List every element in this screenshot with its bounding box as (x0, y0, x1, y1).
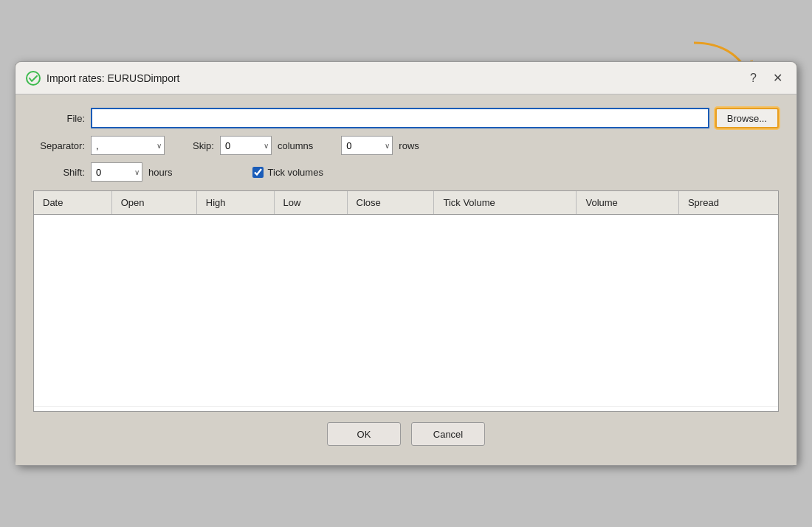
col-spread: Spread (678, 191, 778, 215)
shift-select[interactable]: 012 -1-2 (91, 162, 142, 182)
data-table: Date Open High Low Close Tick Volume Vol… (34, 191, 778, 407)
file-label: File: (33, 113, 85, 124)
rows-select[interactable]: 012 345 (341, 136, 393, 155)
table-header-row: Date Open High Low Close Tick Volume Vol… (34, 191, 778, 215)
dialog-body: File: Browse... Separator: , ; Tab Space… (16, 94, 796, 465)
separator-select[interactable]: , ; Tab Space (91, 136, 165, 155)
title-bar: Import rates: EURUSDimport ? ✕ (16, 62, 796, 94)
data-table-container: Date Open High Low Close Tick Volume Vol… (33, 190, 779, 412)
title-bar-right: ? ✕ (746, 69, 786, 86)
col-volume: Volume (577, 191, 678, 215)
file-input[interactable] (91, 108, 709, 128)
col-open: Open (111, 191, 196, 215)
skip-select-wrapper: 012 345 (220, 136, 272, 155)
col-close: Close (347, 191, 434, 215)
col-date: Date (34, 191, 111, 215)
skip-label: Skip: (193, 140, 214, 151)
table-body (34, 215, 778, 407)
columns-label: columns (278, 140, 313, 151)
title-bar-left: Import rates: EURUSDimport (26, 71, 179, 86)
shift-label: Shift: (33, 167, 85, 178)
col-low: Low (274, 191, 347, 215)
separator-label: Separator: (33, 140, 85, 151)
shift-select-wrapper: 012 -1-2 (91, 162, 142, 182)
dialog-title: Import rates: EURUSDimport (47, 72, 179, 84)
rows-label: rows (399, 140, 419, 151)
close-button[interactable]: ✕ (769, 69, 786, 86)
file-row: File: Browse... (33, 108, 779, 128)
col-tick-volume: Tick Volume (434, 191, 577, 215)
shift-row: Shift: 012 -1-2 hours Tick volumes (33, 162, 779, 182)
tick-volumes-row: Tick volumes (252, 167, 323, 178)
rows-select-wrapper: 012 345 (341, 136, 393, 155)
separator-select-wrapper: , ; Tab Space (91, 136, 165, 155)
help-button[interactable]: ? (746, 70, 760, 86)
col-high: High (196, 191, 274, 215)
tick-volumes-label: Tick volumes (268, 167, 323, 178)
app-icon (26, 71, 41, 86)
browse-button[interactable]: Browse... (715, 108, 779, 128)
ok-button[interactable]: OK (327, 422, 401, 446)
svg-point-1 (27, 72, 40, 85)
empty-row (34, 215, 778, 407)
separator-row: Separator: , ; Tab Space Skip: 012 345 (33, 136, 779, 155)
cancel-button[interactable]: Cancel (411, 422, 485, 446)
footer-buttons: OK Cancel (33, 422, 779, 450)
tick-volumes-checkbox[interactable] (252, 167, 264, 178)
skip-select[interactable]: 012 345 (220, 136, 272, 155)
hours-label: hours (148, 167, 173, 178)
import-dialog: Import rates: EURUSDimport ? ✕ File: Bro… (15, 61, 797, 466)
